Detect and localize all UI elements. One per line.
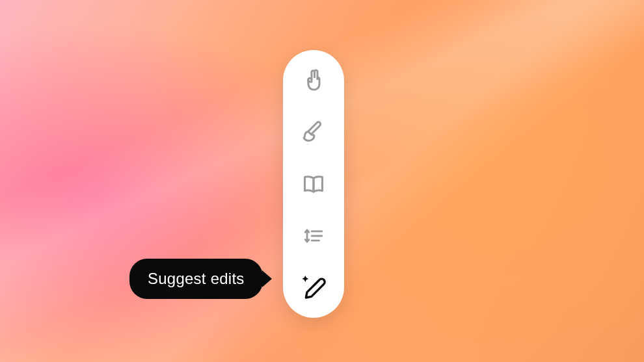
- suggest-edits-button[interactable]: [299, 274, 328, 302]
- suggest-edits-icon: [301, 275, 327, 301]
- peace-hand-button[interactable]: [299, 66, 328, 94]
- vertical-toolbar: [283, 50, 344, 318]
- tooltip: Suggest edits: [129, 259, 263, 299]
- wallpaper-background: Suggest edits: [0, 0, 644, 362]
- line-spacing-icon: [302, 225, 325, 247]
- book-icon: [302, 172, 325, 196]
- brush-icon: [302, 120, 325, 144]
- peace-hand-icon: [302, 68, 325, 92]
- tooltip-label: Suggest edits: [148, 270, 245, 287]
- brush-button[interactable]: [299, 118, 328, 146]
- line-spacing-button[interactable]: [299, 222, 328, 250]
- book-button[interactable]: [299, 170, 328, 198]
